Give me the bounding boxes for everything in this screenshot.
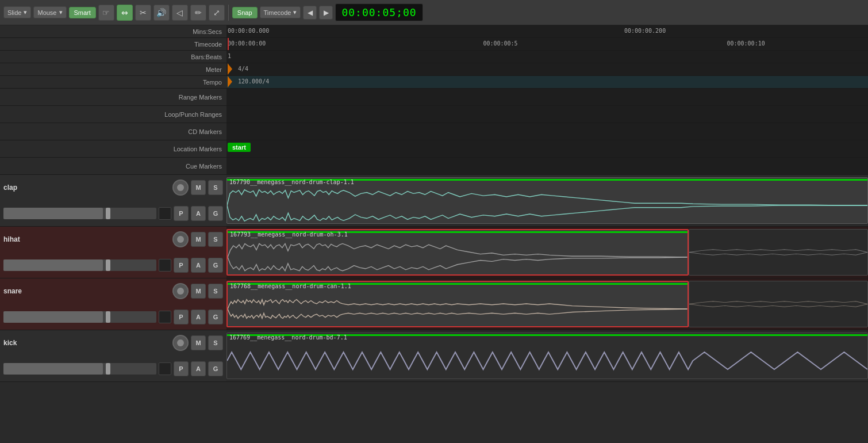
timecode-row: Timecode bbox=[0, 38, 226, 51]
playlist-btn-clap[interactable]: P bbox=[174, 206, 189, 221]
track-name-snare: snare bbox=[3, 287, 170, 295]
main-area: Mins:Secs Timecode Bars:Beats Meter Temp… bbox=[0, 25, 868, 443]
fade-icon[interactable]: ◁ bbox=[172, 5, 188, 21]
waveform-snare2 bbox=[689, 281, 867, 327]
location-markers-row: Location Markers bbox=[0, 140, 226, 158]
timecode-content: 00:00:00:00 00:00:00:5 00:00:00:10 bbox=[226, 38, 868, 51]
bars-beats-row: Bars:Beats bbox=[0, 51, 226, 63]
fader-kick[interactable] bbox=[3, 363, 156, 375]
track-top-kick: kick M S bbox=[0, 330, 226, 356]
left-panel: Mins:Secs Timecode Bars:Beats Meter Temp… bbox=[0, 25, 226, 443]
mute-btn-hihat[interactable]: M bbox=[191, 232, 206, 247]
cue-markers-label: Cue Markers bbox=[0, 163, 226, 170]
mouse-dropdown[interactable]: Mouse ▾ bbox=[33, 6, 66, 18]
pan-hihat[interactable] bbox=[159, 259, 171, 272]
location-markers-content: start bbox=[226, 140, 868, 158]
snap-button[interactable]: Snap bbox=[232, 7, 258, 18]
timecode-chevron: ▾ bbox=[293, 9, 297, 16]
track-content-snare: 167768__menegass__nord-drum-can-1.1 bbox=[226, 278, 868, 330]
pan-clap[interactable] bbox=[159, 207, 171, 220]
track-name-kick: kick bbox=[3, 339, 170, 347]
waveform-snare bbox=[228, 292, 688, 326]
track-bottom-clap: P A G bbox=[0, 201, 226, 227]
rec-btn-kick[interactable] bbox=[172, 335, 189, 351]
mins-secs-label: Mins:Secs bbox=[0, 28, 226, 35]
region-clap[interactable]: 167790__menegass__nord-drum-clap-1.1 // … bbox=[226, 177, 868, 224]
playlist-btn-hihat[interactable]: P bbox=[174, 258, 189, 273]
draw-icon[interactable]: ✏ bbox=[190, 5, 206, 21]
range-icon[interactable]: ⇔ bbox=[117, 5, 133, 21]
track-content-clap: 167790__menegass__nord-drum-clap-1.1 // … bbox=[226, 175, 868, 227]
rec-btn-hihat[interactable] bbox=[172, 231, 189, 247]
timecode-dropdown[interactable]: Timecode ▾ bbox=[260, 6, 301, 18]
fader-snare[interactable] bbox=[3, 311, 156, 323]
next-button[interactable]: ▶ bbox=[319, 6, 333, 20]
pan-kick[interactable] bbox=[159, 362, 171, 375]
automation-btn-clap[interactable]: A bbox=[191, 206, 206, 221]
solo-btn-clap[interactable]: S bbox=[208, 180, 223, 195]
solo-btn-kick[interactable]: S bbox=[208, 335, 223, 350]
mute-btn-kick[interactable]: M bbox=[191, 335, 206, 350]
region-snare[interactable]: 167768__menegass__nord-drum-can-1.1 bbox=[226, 281, 689, 327]
bars-beats-label: Bars:Beats bbox=[0, 54, 226, 60]
solo-btn-snare[interactable]: S bbox=[208, 284, 223, 299]
track-bottom-hihat: P A G bbox=[0, 253, 226, 278]
automation-btn-snare[interactable]: A bbox=[191, 310, 206, 324]
region-hihat[interactable]: 167793__menegass__nord-drum-oh-3.1 bbox=[226, 229, 689, 276]
waveform-clap: // generated inline via template - draw … bbox=[227, 188, 867, 223]
region-hihat2[interactable] bbox=[689, 229, 868, 276]
track-top-hihat: hihat M S bbox=[0, 227, 226, 253]
smart-button[interactable]: Smart bbox=[69, 7, 96, 18]
cue-markers-row: Cue Markers bbox=[0, 158, 226, 175]
automation-btn-hihat[interactable]: A bbox=[191, 258, 206, 273]
range-markers-content bbox=[226, 89, 868, 106]
automation-btn-kick[interactable]: A bbox=[191, 361, 206, 376]
ruler-content: 00:00:00.000 00:00:00.200 00:00:00:00 00… bbox=[226, 25, 868, 175]
loop-punch-content bbox=[226, 106, 868, 123]
cd-markers-content bbox=[226, 123, 868, 140]
location-markers-label: Location Markers bbox=[0, 146, 226, 152]
rec-btn-snare[interactable] bbox=[172, 283, 189, 299]
slide-label: Slide bbox=[7, 9, 21, 16]
meter-value: 4/4 bbox=[238, 66, 248, 72]
group-btn-hihat[interactable]: G bbox=[208, 258, 223, 273]
rec-btn-clap[interactable] bbox=[172, 180, 189, 196]
region-label-clap: 167790__menegass__nord-drum-clap-1.1 bbox=[229, 179, 354, 185]
mins-secs-row: Mins:Secs bbox=[0, 25, 226, 38]
mute-btn-snare[interactable]: M bbox=[191, 284, 206, 299]
cut-icon[interactable]: ✂ bbox=[135, 5, 151, 21]
group-btn-snare[interactable]: G bbox=[208, 310, 223, 324]
playlist-btn-kick[interactable]: P bbox=[174, 361, 189, 376]
playlist-btn-snare[interactable]: P bbox=[174, 310, 189, 324]
bars-beats-tick-1: 1 bbox=[228, 53, 231, 59]
track-header-snare: snare M S P A G bbox=[0, 278, 226, 330]
prev-button[interactable]: ◀ bbox=[303, 6, 317, 20]
mouse-cursor-icon[interactable]: ☞ bbox=[98, 5, 114, 21]
region-snare2[interactable] bbox=[689, 281, 868, 327]
region-kick[interactable]: 167769__menegass__nord-drum-bd-7.1 bbox=[226, 333, 868, 379]
loop-punch-label: Loop/Punch Ranges bbox=[0, 111, 226, 118]
range-markers-row: Range Markers bbox=[0, 89, 226, 106]
timecode-display: 00:00:05;00 bbox=[335, 3, 423, 21]
listen-icon[interactable]: 🔊 bbox=[153, 5, 170, 21]
mins-secs-tick-200: 00:00:00.200 bbox=[624, 28, 666, 34]
ruler-labels: Mins:Secs Timecode Bars:Beats Meter Temp… bbox=[0, 25, 226, 175]
tempo-label: Tempo bbox=[0, 79, 226, 86]
mute-btn-clap[interactable]: M bbox=[191, 180, 206, 195]
tempo-row-label: Tempo bbox=[0, 76, 226, 89]
timecode-tick-10: 00:00:00:10 bbox=[727, 40, 765, 47]
group-btn-clap[interactable]: G bbox=[208, 206, 223, 221]
mouse-chevron: ▾ bbox=[59, 9, 63, 16]
stretch-icon[interactable]: ⤢ bbox=[209, 5, 225, 21]
fader-clap[interactable] bbox=[3, 208, 156, 219]
tempo-content: 120.000/4 bbox=[226, 76, 868, 89]
slide-dropdown[interactable]: Slide ▾ bbox=[3, 6, 31, 18]
solo-btn-hihat[interactable]: S bbox=[208, 232, 223, 247]
group-btn-kick[interactable]: G bbox=[208, 361, 223, 376]
fader-hihat[interactable] bbox=[3, 259, 156, 271]
pan-snare[interactable] bbox=[159, 311, 171, 323]
meter-label: Meter bbox=[0, 66, 226, 73]
playhead-timecode bbox=[228, 38, 229, 50]
start-marker[interactable]: start bbox=[228, 143, 251, 152]
timecode-row-label: Timecode bbox=[0, 41, 226, 48]
